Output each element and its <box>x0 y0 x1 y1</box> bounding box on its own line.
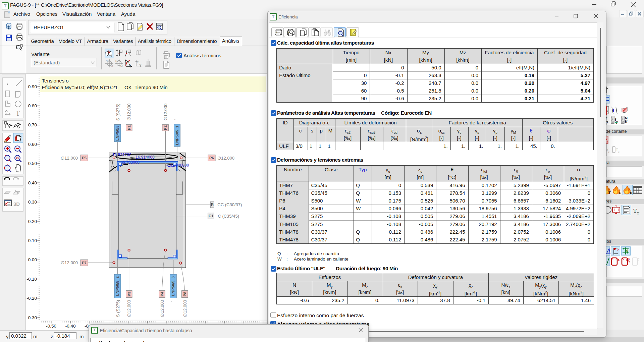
svg-text:-0.20: -0.20 <box>26 296 37 301</box>
svg-text:∅12.000: ∅12.000 <box>61 260 78 265</box>
svg-text:": " <box>170 300 175 302</box>
svg-text:-13.531200: -13.531200 <box>111 153 131 157</box>
svg-text:-192.940000: -192.940000 <box>166 163 189 168</box>
svg-text:LNP50/5_3: LNP50/5_3 <box>171 276 175 296</box>
svg-text:A: A <box>618 259 620 262</box>
svg-text:∅12.000: ∅12.000 <box>217 156 234 161</box>
svg-text:LNP50/5_1: LNP50/5_1 <box>175 125 179 145</box>
svg-text:S (S275): S (S275) <box>115 300 120 317</box>
svg-text:δ: δ <box>617 247 619 251</box>
svg-text:": " <box>173 118 178 120</box>
svg-text:σ: σ <box>630 190 633 195</box>
svg-text:P6: P6 <box>209 156 214 160</box>
svg-text:R: R <box>211 203 214 207</box>
svg-text:P4: P4 <box>160 291 164 296</box>
svg-text:P3: P3 <box>127 292 131 296</box>
svg-text:N: N <box>115 59 117 62</box>
svg-text:Tx: Tx <box>616 148 620 154</box>
svg-text:fy: fy <box>615 118 618 124</box>
svg-text:-0.10: -0.10 <box>26 277 37 282</box>
svg-text:0.00: 0.00 <box>28 257 37 262</box>
svg-text:0.30: 0.30 <box>28 199 37 205</box>
svg-text:0.60: 0.60 <box>28 142 37 147</box>
svg-text:δ: δ <box>628 258 630 261</box>
svg-text:M: M <box>111 65 113 68</box>
svg-text:-6.763000: -6.763000 <box>121 160 140 165</box>
svg-text:N: N <box>106 59 108 62</box>
svg-text:∅12.000: ∅12.000 <box>61 156 78 161</box>
svg-text:P2: P2 <box>163 125 167 130</box>
svg-text:∅12.000: ∅12.000 <box>160 300 165 317</box>
svg-text:CC (C30/37): CC (C30/37) <box>217 202 242 207</box>
svg-text:0.70: 0.70 <box>28 122 37 127</box>
svg-text:K: K <box>625 120 628 124</box>
svg-text:0.10: 0.10 <box>28 238 37 243</box>
svg-text:I: I <box>613 108 614 113</box>
svg-text:T: T <box>16 110 20 117</box>
svg-text:-0.40: -0.40 <box>65 324 76 329</box>
svg-text:∅12.000: ∅12.000 <box>163 103 168 120</box>
svg-text:δ: δ <box>638 258 640 261</box>
svg-text:ε: ε <box>619 190 621 195</box>
svg-text:∅12.000: ∅12.000 <box>182 300 187 317</box>
svg-text:LNP50/5_2: LNP50/5_2 <box>116 276 120 296</box>
svg-text:0.90: 0.90 <box>28 84 37 89</box>
svg-text:M: M <box>120 65 123 68</box>
svg-text:3D: 3D <box>13 201 20 207</box>
svg-text:∅12.000: ∅12.000 <box>126 300 131 317</box>
svg-text:S (S275): S (S275) <box>115 104 120 121</box>
svg-text:C1: C1 <box>209 214 214 218</box>
svg-text:x: x <box>129 63 130 66</box>
svg-text:-0.30: -0.30 <box>26 315 37 320</box>
svg-text:-0.50: -0.50 <box>46 324 56 329</box>
svg-text:16.914000: 16.914000 <box>136 155 155 160</box>
svg-text:0.20: 0.20 <box>28 219 37 224</box>
svg-text:TT: TT <box>633 208 639 216</box>
svg-text:∅12.000: ∅12.000 <box>126 103 131 120</box>
svg-text:T: T <box>608 191 611 195</box>
svg-text:C (C35/45): C (C35/45) <box>218 214 239 219</box>
svg-text:0.50: 0.50 <box>28 161 37 166</box>
svg-text:0.80: 0.80 <box>28 103 37 108</box>
svg-text:P5: P5 <box>82 156 87 160</box>
svg-text:P1: P1 <box>127 125 131 130</box>
svg-text:M: M <box>139 63 142 66</box>
svg-text:d: d <box>626 249 628 252</box>
svg-text:0.40: 0.40 <box>28 180 37 185</box>
svg-text:P7: P7 <box>82 261 87 265</box>
svg-text:P8: P8 <box>183 291 187 296</box>
svg-text:LNP50/5: LNP50/5 <box>116 125 120 141</box>
